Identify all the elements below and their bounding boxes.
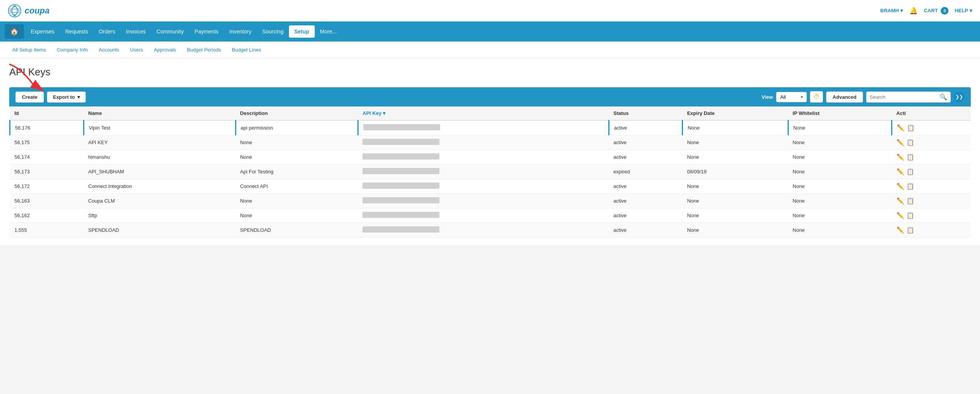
sub-nav-all-setup[interactable]: All Setup Items	[8, 45, 50, 55]
cell-name: API KEY	[83, 135, 235, 150]
cell-expiry: None	[683, 150, 788, 165]
cell-description: None	[235, 135, 358, 150]
edit-icon[interactable]: ✏️	[897, 153, 904, 161]
user-menu[interactable]: BRAMH ▾	[880, 8, 903, 13]
copy-icon[interactable]: 📋	[907, 197, 914, 204]
cell-description: None	[235, 194, 358, 208]
main-nav: 🏠 Expenses Requests Orders Invoices Comm…	[0, 22, 980, 42]
copy-icon[interactable]: 📋	[907, 212, 914, 219]
cell-apikey	[358, 179, 609, 194]
edit-icon[interactable]: ✏️	[897, 124, 905, 131]
nav-home-button[interactable]: 🏠	[5, 24, 24, 39]
cell-status: active	[609, 120, 682, 135]
cell-id: 56,175	[10, 135, 84, 150]
search-box: 🔍	[866, 91, 951, 103]
sub-nav-company-info[interactable]: Company Info	[52, 45, 92, 55]
cell-actions: ✏️ 📋	[892, 135, 971, 150]
cart-button[interactable]: CART 0	[924, 7, 948, 15]
nav-item-requests[interactable]: Requests	[60, 25, 93, 38]
chevron-down-icon: ▾	[77, 94, 80, 100]
create-button[interactable]: Create	[15, 91, 44, 103]
col-id: Id	[10, 106, 84, 120]
cell-id: 56,174	[10, 150, 84, 165]
cell-ip: None	[788, 208, 892, 223]
cell-ip: None	[788, 194, 892, 208]
table-row: 56,174 himanshu None active None None ✏️…	[10, 150, 971, 165]
cell-description: None	[235, 208, 358, 223]
table-row: 56,175 API KEY None active None None ✏️ …	[10, 135, 971, 150]
sub-nav-users[interactable]: Users	[125, 45, 148, 55]
cell-actions: ✏️ 📋	[892, 208, 971, 223]
cell-ip: None	[788, 120, 892, 135]
col-apikey[interactable]: API Key ▾	[358, 106, 609, 120]
cell-expiry: None	[683, 194, 788, 208]
cell-id: 56,176	[10, 120, 84, 135]
cell-name: Coupa CLM	[83, 194, 235, 208]
view-select[interactable]: All	[776, 92, 807, 102]
cell-expiry: 08/09/19	[683, 165, 788, 179]
cell-id: 1,555	[10, 223, 84, 238]
table-toolbar: Create Export to ▾ View All ⏱ Advanced 🔍	[9, 87, 971, 106]
cell-expiry: None	[683, 223, 788, 238]
export-button[interactable]: Export to ▾	[47, 91, 85, 103]
cell-id: 56,163	[10, 194, 84, 208]
sub-nav-budget-lines[interactable]: Budget Lines	[227, 45, 266, 55]
copy-icon[interactable]: 📋	[907, 183, 914, 190]
help-menu[interactable]: HELP ▾	[955, 8, 972, 13]
notifications-bell[interactable]: 🔔	[909, 7, 918, 15]
copy-icon[interactable]: 📋	[907, 226, 914, 234]
nav-item-payments[interactable]: Payments	[189, 25, 224, 38]
edit-icon[interactable]: ✏️	[897, 197, 904, 204]
sub-nav-approvals[interactable]: Approvals	[149, 45, 181, 55]
nav-item-invoices[interactable]: Invoices	[120, 25, 151, 38]
nav-item-orders[interactable]: Orders	[93, 25, 121, 38]
cell-ip: None	[788, 223, 892, 238]
advanced-button[interactable]: Advanced	[826, 91, 863, 103]
nav-item-inventory[interactable]: Inventory	[224, 25, 257, 38]
svg-point-6	[18, 10, 20, 12]
col-expiry: Expiry Date	[683, 106, 788, 120]
sub-nav-accounts[interactable]: Accounts	[94, 45, 124, 55]
cell-name: SPENDLOAD	[83, 223, 235, 238]
cell-description: Api For Testing	[235, 165, 358, 179]
cell-description: Connect API	[235, 179, 358, 194]
cell-name: himanshu	[83, 150, 235, 165]
edit-icon[interactable]: ✏️	[897, 183, 904, 190]
logo-text: coupa	[25, 6, 50, 16]
scroll-right-button[interactable]: ❯❯	[954, 91, 965, 102]
search-icon-button[interactable]: 🔍	[940, 93, 947, 101]
nav-item-community[interactable]: Community	[151, 25, 189, 38]
copy-icon[interactable]: 📋	[907, 139, 914, 146]
svg-point-5	[10, 10, 11, 12]
cell-apikey	[358, 208, 609, 223]
table-row: 56,173 API_SHUBHAM Api For Testing expir…	[10, 165, 971, 179]
nav-item-expenses[interactable]: Expenses	[25, 25, 60, 38]
nav-item-setup[interactable]: Setup	[289, 25, 315, 38]
sub-nav-budget-periods[interactable]: Budget Periods	[182, 45, 226, 55]
cell-apikey	[358, 120, 609, 135]
edit-icon[interactable]: ✏️	[897, 139, 904, 146]
cell-actions: ✏️ 📋	[892, 120, 971, 135]
nav-item-sourcing[interactable]: Sourcing	[257, 25, 289, 38]
edit-icon[interactable]: ✏️	[897, 226, 904, 234]
clock-button[interactable]: ⏱	[810, 91, 823, 103]
cell-ip: None	[788, 165, 892, 179]
copy-icon[interactable]: 📋	[907, 168, 914, 175]
cell-actions: ✏️ 📋	[892, 179, 971, 194]
cell-apikey	[358, 150, 609, 165]
edit-icon[interactable]: ✏️	[897, 212, 904, 219]
table-row: 56,163 Coupa CLM None active None None ✏…	[10, 194, 971, 208]
col-name: Name	[83, 106, 235, 120]
edit-icon[interactable]: ✏️	[897, 168, 904, 175]
copy-icon[interactable]: 📋	[907, 153, 914, 161]
search-input[interactable]	[870, 94, 940, 100]
view-select-wrapper[interactable]: All	[776, 92, 807, 102]
cell-id: 56,172	[10, 179, 84, 194]
cell-expiry: None	[683, 135, 788, 150]
cell-status: active	[609, 150, 682, 165]
cell-apikey	[358, 223, 609, 238]
copy-icon[interactable]: 📋	[907, 124, 915, 131]
page-content: API Keys Create Export to ▾ View	[0, 58, 980, 245]
cell-name: Connect Integration	[83, 179, 235, 194]
nav-item-more[interactable]: More...	[315, 25, 342, 38]
